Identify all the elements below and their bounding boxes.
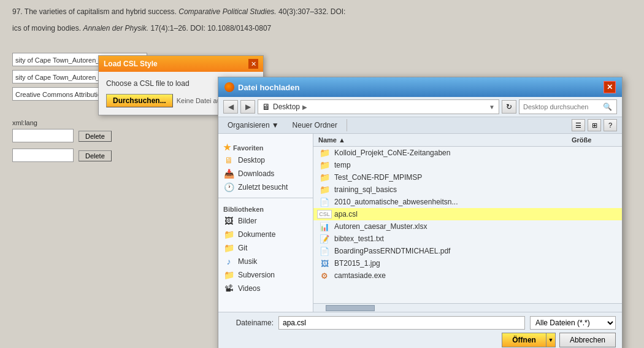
desktop-folder-icon: 🖥 — [262, 102, 270, 112]
file-dialog: Datei hochladen ✕ ◀ ▶ 🖥 Desktop ▶ ▼ ↻ 🔍 … — [218, 77, 623, 348]
window-close-button[interactable]: ✕ — [604, 81, 616, 93]
toolbar-view-controls: ☰ ⊞ ? — [572, 119, 617, 131]
nav-forward-button[interactable]: ▶ — [240, 100, 255, 114]
file-item[interactable]: 📄BoardingPassERNDTMICHAEL.pdf — [313, 245, 622, 257]
file-item[interactable]: CSLapa.csl — [313, 208, 622, 220]
file-name: apa.csl — [334, 210, 568, 218]
load-csl-title-bar: Load CSL Style ✕ — [99, 56, 263, 72]
file-dialog-actions-toolbar: Organisieren ▼ Neuer Ordner ☰ ⊞ ? — [218, 117, 622, 134]
file-item[interactable]: 📁training_sql_basics — [313, 184, 622, 196]
file-name: Test_CoNE-RDF_MPIMSP — [334, 173, 568, 182]
file-icon: 📊 — [318, 222, 331, 231]
bottom-buttons: Öffnen ▼ Abbrechen — [224, 333, 616, 347]
file-name: Autoren_caesar_Muster.xlsx — [334, 222, 568, 231]
file-icon: 📁 — [318, 185, 331, 195]
file-icon: 🖼 — [318, 258, 331, 268]
file-icon: CSL — [318, 209, 331, 219]
bg-text-1: 97. The varieties of capitalism and hybr… — [12, 6, 632, 18]
file-name: camtasiade.exe — [334, 271, 568, 280]
load-csl-close-button[interactable]: ✕ — [248, 59, 258, 69]
sidebar-item-recent[interactable]: 🕐 Zuletzt besucht — [218, 180, 313, 194]
git-icon: 📁 — [223, 243, 234, 253]
file-item[interactable]: 🖼BT2015_1.jpg — [313, 257, 622, 269]
file-list-header: Name ▲ Größe — [313, 134, 622, 147]
location-arrow: ▶ — [302, 104, 307, 110]
open-button-group: Öffnen ▼ — [502, 333, 556, 347]
filename-row: Dateiname: Alle Dateien (*.*) — [224, 316, 616, 330]
size-column-header[interactable]: Größe — [567, 135, 622, 145]
sidebar-item-music[interactable]: ♪ Musik — [218, 255, 313, 268]
view-help-button[interactable]: ? — [604, 119, 617, 131]
file-list[interactable]: 📁Kolloid_Projekt_CoNE-Zeitangaben📁temp📁T… — [313, 147, 622, 303]
organize-button[interactable]: Organisieren ▼ — [223, 119, 283, 131]
file-icon: 📝 — [318, 234, 331, 244]
nav-back-button[interactable]: ◀ — [223, 100, 238, 114]
no-file-text: Keine Datei au — [177, 97, 221, 104]
file-name: bibtex_test1.txt — [334, 234, 568, 243]
bg-delete-btn-1[interactable]: Delete — [79, 131, 112, 142]
sidebar-item-downloads[interactable]: 📥 Downloads — [218, 167, 313, 180]
videos-icon: 📽 — [223, 284, 234, 293]
file-dialog-title-bar: Datei hochladen ✕ — [218, 77, 622, 97]
file-item[interactable]: 📁Test_CoNE-RDF_MPIMSP — [313, 171, 622, 184]
location-bar[interactable]: 🖥 Desktop ▶ ▼ — [258, 99, 499, 114]
sidebar-item-desktop[interactable]: 🖥 Desktop — [218, 153, 313, 167]
h-scrollbar-thumb[interactable] — [326, 305, 375, 311]
location-text: Desktop — [273, 102, 300, 111]
filename-input[interactable] — [278, 316, 525, 330]
nav-refresh-button[interactable]: ↻ — [502, 100, 516, 114]
favorites-header: ★ Favoriten — [218, 139, 313, 153]
search-bar[interactable]: 🔍 — [519, 99, 617, 114]
filetype-select[interactable]: Alle Dateien (*.*) — [530, 316, 616, 330]
new-folder-button[interactable]: Neuer Ordner — [288, 119, 342, 131]
file-dialog-main: ★ Favoriten 🖥 Desktop 📥 Downloads 🕐 Zule… — [218, 134, 622, 312]
file-item[interactable]: 📝bibtex_test1.txt — [313, 233, 622, 245]
window-controls: ✕ — [604, 81, 616, 93]
music-icon: ♪ — [223, 257, 234, 266]
location-dropdown-button[interactable]: ▼ — [489, 104, 495, 110]
bg-xml-input-1 — [12, 129, 74, 142]
cancel-button[interactable]: Abbrechen — [559, 333, 616, 347]
file-icon: 📁 — [318, 172, 331, 182]
file-name: Kolloid_Projekt_CoNE-Zeitangaben — [334, 149, 568, 157]
file-item[interactable]: 📄2010_automatische_abwesenheitsn... — [313, 196, 622, 208]
file-name: BT2015_1.jpg — [334, 259, 568, 268]
file-item[interactable]: 📁Kolloid_Projekt_CoNE-Zeitangaben — [313, 147, 622, 159]
title-bar-left: Datei hochladen — [224, 82, 299, 92]
view-details-button[interactable]: ☰ — [572, 119, 585, 131]
filename-label: Dateiname: — [224, 319, 274, 327]
sidebar-item-subversion[interactable]: 📁 Subversion — [218, 268, 313, 282]
file-dialog-title: Datei hochladen — [238, 83, 299, 92]
recent-icon: 🕐 — [223, 182, 234, 192]
file-item[interactable]: ⚙camtasiade.exe — [313, 269, 622, 282]
sidebar-item-pictures[interactable]: 🖼 Bilder — [218, 214, 313, 228]
bg-delete-btn-2[interactable]: Delete — [79, 150, 112, 161]
file-dialog-nav-toolbar: ◀ ▶ 🖥 Desktop ▶ ▼ ↻ 🔍 — [218, 97, 622, 117]
documents-icon: 📁 — [223, 230, 234, 239]
file-icon: 📁 — [318, 160, 331, 170]
load-csl-title: Load CSL Style — [104, 60, 158, 68]
file-name: training_sql_basics — [334, 185, 568, 194]
horizontal-scrollbar[interactable] — [313, 303, 622, 312]
open-button[interactable]: Öffnen — [502, 333, 546, 347]
browse-button[interactable]: Durchsuchen... — [106, 94, 173, 107]
sidebar-item-documents[interactable]: 📁 Dokumente — [218, 228, 313, 241]
file-name: temp — [334, 161, 568, 169]
file-icon: 📄 — [318, 197, 331, 207]
search-input[interactable] — [523, 103, 603, 110]
file-item[interactable]: 📊Autoren_caesar_Muster.xlsx — [313, 220, 622, 233]
downloads-icon: 📥 — [223, 169, 234, 179]
file-icon: 📄 — [318, 246, 331, 256]
open-dropdown-button[interactable]: ▼ — [546, 333, 556, 347]
file-icon: ⚙ — [318, 271, 331, 280]
file-name: BoardingPassERNDTMICHAEL.pdf — [334, 247, 568, 255]
file-name: 2010_automatische_abwesenheitsn... — [334, 198, 568, 206]
firefox-icon — [224, 82, 234, 92]
sidebar-item-videos[interactable]: 📽 Videos — [218, 282, 313, 295]
libraries-header: Bibliotheken — [218, 202, 313, 214]
sidebar-item-git[interactable]: 📁 Git — [218, 241, 313, 255]
file-item[interactable]: 📁temp — [313, 159, 622, 171]
search-icon: 🔍 — [603, 102, 612, 111]
view-icons-button[interactable]: ⊞ — [588, 119, 601, 131]
name-column-header[interactable]: Name ▲ — [313, 135, 567, 145]
